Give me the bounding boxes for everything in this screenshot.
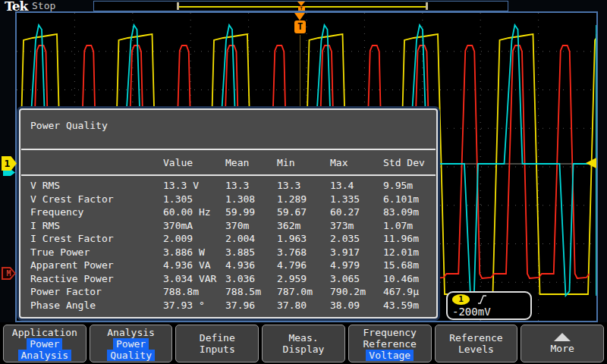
measurement-value: 467.9µ [383, 285, 436, 299]
table-row: Power Factor788.8m788.5m787.0m790.2m467.… [20, 285, 436, 299]
menu-button-line: Power [113, 338, 149, 350]
panel-divider [21, 174, 436, 176]
menu-button-line: Reference [363, 338, 417, 350]
zoom-bracket-left[interactable] [177, 2, 179, 10]
measurement-value: 9.95m [383, 179, 436, 193]
menu-button-line: Levels [458, 344, 494, 355]
measurement-value: 370mA [163, 219, 225, 233]
math-channel-marker[interactable]: M [2, 267, 16, 280]
measurement-value: 2.009 [163, 232, 225, 246]
measurement-value: 15.68m [383, 259, 436, 272]
menu-button-analysis[interactable]: AnalysisPowerQuality [90, 325, 173, 362]
trigger-level-readout: -200mV [452, 306, 526, 318]
trigger-arrow-icon [294, 13, 305, 20]
measurement-label: True Power [30, 246, 163, 259]
measurement-rows: V RMS13.3 V13.313.313.49.95mV Crest Fact… [20, 179, 436, 312]
trigger-position-line [300, 35, 300, 108]
menu-button-line: Define [200, 332, 235, 344]
measurement-value: 1.335 [330, 193, 383, 206]
column-header: Std Dev [383, 157, 436, 168]
math-channel-label: M [3, 268, 14, 278]
measurement-value: 12.01m [383, 246, 436, 259]
measurement-value: 13.4 [330, 179, 383, 193]
table-row: I RMS370mA370m362m373m1.07m [20, 219, 436, 233]
measurement-value: 59.99 [225, 206, 277, 219]
measurement-value: 3.036 [225, 272, 277, 286]
menu-button-reference-levels[interactable]: ReferenceLevels [435, 325, 518, 362]
measurement-value: 3.768 [277, 246, 330, 259]
menu-bar: ApplicationPowerAnalysisAnalysisPowerQua… [0, 322, 607, 364]
measurement-value: 1.07m [383, 219, 436, 233]
table-row: Phase Angle37.93 °37.9637.8038.0943.59m [20, 299, 436, 312]
table-row: V RMS13.3 V13.313.313.49.95m [20, 179, 436, 193]
table-header-row: ValueMeanMinMaxStd Dev [20, 150, 436, 174]
measurement-value: 13.3 V [163, 179, 225, 193]
measurement-label: Frequency [30, 206, 163, 219]
measurement-value: 370m [225, 219, 277, 233]
menu-button-line: Voltage [366, 350, 414, 361]
measurement-value: 83.09m [383, 206, 436, 219]
measurement-value: 1.305 [163, 193, 225, 206]
table-row: I Crest Factor2.0092.0041.9632.03511.96m [20, 232, 436, 246]
menu-button-more[interactable]: More [521, 325, 604, 362]
measurement-value: 38.09 [330, 299, 383, 312]
measurement-value: 2.004 [225, 232, 277, 246]
table-row: Apparent Power4.936 VA4.9364.7964.97915.… [20, 259, 436, 272]
measurement-label: Power Factor [30, 285, 163, 299]
column-header: Mean [225, 157, 277, 168]
measurement-value: 37.80 [277, 299, 330, 312]
menu-button-line: Inputs [200, 344, 235, 355]
measurement-value: 43.59m [383, 299, 436, 312]
measurement-value: 10.46m [383, 272, 436, 286]
measurement-value: 1.308 [225, 193, 277, 206]
oscilloscope-screen: Tek Stop T T 1 M Power Quality ValueMean… [0, 0, 607, 364]
measurement-value: 6.101m [383, 193, 436, 206]
menu-button-define-inputs[interactable]: DefineInputs [175, 325, 259, 362]
measurement-value: 4.979 [330, 259, 383, 272]
measurement-value: 788.8m [163, 285, 225, 299]
menu-button-line: Frequency [363, 327, 417, 338]
measurement-label: I RMS [30, 219, 163, 233]
measurement-value: 37.93 ° [163, 299, 225, 312]
table-row: V Crest Factor1.3051.3081.2891.3356.101m [20, 193, 436, 206]
measurement-value: 13.3 [225, 179, 277, 193]
measurement-value: 4.936 VA [163, 259, 225, 272]
rising-edge-icon [477, 294, 487, 305]
measurement-value: 1.963 [277, 232, 330, 246]
measurement-value: 59.67 [277, 206, 330, 219]
table-row: True Power3.886 W3.8853.7683.91712.01m [20, 246, 436, 259]
more-up-arrow-icon [554, 333, 571, 341]
wave-inspector-bar[interactable]: T [93, 1, 508, 11]
measurement-label: Phase Angle [30, 299, 163, 312]
panel-title: Power Quality [20, 110, 436, 149]
table-row: Reactive Power3.034 VAR3.0362.9593.06510… [20, 272, 436, 286]
trigger-position-mini-icon: T [296, 2, 307, 11]
menu-button-line: Quality [107, 350, 155, 361]
measurement-value: 3.886 W [163, 246, 225, 259]
menu-button-line: Application [12, 327, 77, 338]
menu-button-application[interactable]: ApplicationPowerAnalysis [3, 325, 86, 362]
trigger-position-flag[interactable]: T [294, 13, 306, 33]
measurement-value: 3.034 VAR [163, 272, 225, 286]
trigger-level-arrow-icon[interactable] [586, 158, 596, 168]
measurement-value: 790.2m [330, 285, 383, 299]
menu-button-frequency-reference[interactable]: FrequencyReferenceVoltage [348, 325, 432, 362]
channel1-ground-marker[interactable]: 1 [2, 156, 17, 171]
menu-button-line: Meas. [288, 332, 318, 344]
measurement-value: 788.5m [225, 285, 277, 299]
trigger-readout-box: 1 -200mV [446, 291, 532, 320]
measurement-label: I Crest Factor [30, 232, 163, 246]
table-row: Frequency60.00 Hz59.9959.6760.2783.09m [20, 206, 436, 219]
measurement-value: 11.96m [383, 232, 436, 246]
power-quality-panel: Power Quality ValueMeanMinMaxStd Dev V R… [19, 108, 438, 318]
measurement-value: 60.00 Hz [163, 206, 225, 219]
measurement-value: 787.0m [277, 285, 330, 299]
measurement-value: 2.035 [330, 232, 383, 246]
measurement-value: 3.885 [225, 246, 277, 259]
measurement-value: 60.27 [330, 206, 383, 219]
menu-button-line: Power [27, 338, 62, 350]
menu-button-meas-display[interactable]: Meas.Display [262, 325, 345, 362]
menu-button-line: Analysis [18, 350, 72, 361]
zoom-bracket-right[interactable] [426, 2, 428, 10]
measurement-value: 37.96 [225, 299, 277, 312]
